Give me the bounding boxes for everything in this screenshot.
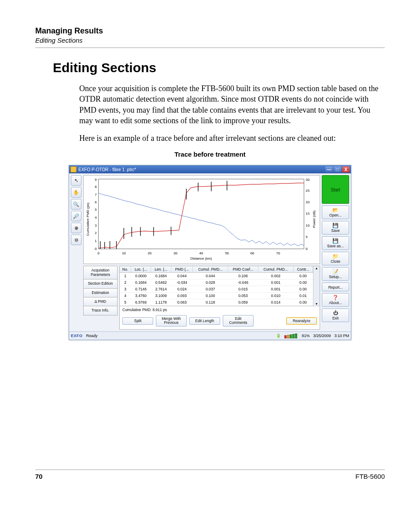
tab-trace-info[interactable]: Trace Info. — [83, 306, 118, 315]
svg-text:15: 15 — [306, 212, 309, 216]
svg-text:20: 20 — [306, 200, 309, 204]
table-cell: 2.7614 — [151, 286, 171, 293]
start-button[interactable]: Start — [322, 175, 349, 204]
page-footer: 70 FTB-5600 — [35, 470, 385, 480]
help-icon: ❓ — [332, 295, 339, 300]
titlebar: EXFO P-OTDR - fibre 1 .ptrc* — □ X — [69, 165, 351, 173]
svg-rect-0 — [99, 179, 304, 249]
table-scrollbar[interactable]: ▴ ▾ — [313, 266, 320, 306]
cumulative-pmd-label: Cumulative PMD: 8.911 ps — [120, 306, 320, 313]
table-cell: 0.037 — [193, 286, 228, 293]
header-rule — [35, 48, 385, 48]
svg-text:10: 10 — [306, 224, 309, 228]
table-cell: 0.00 — [293, 279, 313, 286]
table-cell: 0.010 — [258, 293, 293, 299]
app-icon — [70, 166, 77, 172]
scroll-down-icon[interactable]: ▾ — [313, 302, 320, 306]
table-cell: 0.00 — [293, 299, 313, 306]
tab-delta-pmd[interactable]: Δ PMD — [83, 297, 118, 306]
col-cumul-pmd2[interactable]: Cumul. PMD... — [258, 266, 293, 273]
svg-text:0: 0 — [98, 251, 100, 255]
status-date: 3/25/2009 — [313, 334, 331, 338]
table-cell: 5 — [120, 299, 131, 306]
status-bar: EXFO Ready 🔋 81% 3/25/2009 3:10 PM — [69, 331, 351, 340]
table-cell: 0.118 — [193, 299, 228, 306]
minimize-button[interactable]: — — [325, 166, 333, 172]
table-row[interactable]: 30.71462.76140.0240.0370.0150.0010.00 — [120, 286, 313, 293]
section-table[interactable]: No. Loc. (... Len. (... PMD (... Cumul. … — [120, 266, 313, 306]
table-cell: 6.5769 — [131, 299, 151, 306]
svg-text:25: 25 — [306, 189, 309, 193]
table-cell: 1.1178 — [151, 299, 171, 306]
svg-text:0: 0 — [306, 247, 308, 251]
table-row[interactable]: 20.16840.5462-0.0340.028-0.0460.0010.00 — [120, 279, 313, 286]
svg-text:8: 8 — [95, 185, 97, 189]
figure-caption: Trace before treatment — [35, 150, 385, 158]
table-cell: -0.034 — [171, 279, 193, 286]
trace-chart[interactable]: 01020 304050 6070 Distance (km) 012 345 … — [83, 175, 320, 264]
svg-text:2: 2 — [95, 231, 97, 235]
table-cell: 2 — [120, 279, 131, 286]
app-window: EXFO P-OTDR - fibre 1 .ptrc* — □ X ↖ ✋ 🔍… — [69, 165, 351, 340]
zoom-fit-tool-icon[interactable]: 🔎 — [71, 211, 81, 221]
product-name: FTB-5600 — [355, 473, 385, 480]
open-button[interactable]: 📂Open... — [322, 205, 349, 219]
disk-icon: 💾 — [332, 223, 339, 228]
maximize-button[interactable]: □ — [334, 166, 341, 172]
setup-button[interactable]: 📝Setup... — [322, 267, 349, 281]
exit-button[interactable]: ⏻Exit — [322, 308, 349, 322]
zoom-area-tool-icon[interactable]: 🔍 — [71, 199, 81, 209]
merge-with-previous-button[interactable]: Merge With Previous — [156, 315, 187, 327]
zoom-out-tool-icon[interactable]: ⊖ — [71, 235, 81, 245]
table-cell: 0.1684 — [131, 279, 151, 286]
brand-label: EXFO — [71, 334, 83, 338]
col-no[interactable]: No. — [120, 266, 131, 273]
tab-estimation[interactable]: Estimation — [83, 289, 118, 297]
edit-length-button[interactable]: Edit Length — [189, 317, 220, 325]
svg-text:7: 7 — [95, 193, 97, 197]
document-edit-icon: 📝 — [332, 269, 339, 274]
col-loc[interactable]: Loc. (... — [131, 266, 151, 273]
body-paragraph-1: Once your acquisition is complete the FT… — [79, 83, 383, 126]
col-cumul-pmd[interactable]: Cumul. PMD... — [193, 266, 228, 273]
close-file-button[interactable]: 📁Close — [322, 252, 349, 265]
table-cell: 0.059 — [228, 299, 258, 306]
edit-comments-button[interactable]: Edit Comments — [223, 315, 254, 327]
save-button[interactable]: 💾Save — [322, 221, 349, 235]
col-contr[interactable]: Contr... — [293, 266, 313, 273]
svg-text:1: 1 — [95, 239, 97, 243]
reanalyze-button[interactable]: Reanalyze — [286, 317, 317, 325]
table-cell: 0.063 — [171, 299, 193, 306]
table-cell: 0.00 — [293, 286, 313, 293]
left-axis-label: Cumulative PMD (ps) — [86, 203, 90, 236]
split-button[interactable]: Split — [122, 317, 153, 325]
tab-section-edition[interactable]: Section Edition — [83, 279, 118, 288]
svg-text:50: 50 — [225, 251, 229, 255]
table-cell: 0.001 — [258, 279, 293, 286]
table-cell: 0.5462 — [151, 279, 171, 286]
table-row[interactable]: 10.00000.16840.0440.0440.1060.0020.00 — [120, 273, 313, 279]
col-pmd[interactable]: PMD (... — [171, 266, 193, 273]
folder-icon: 📁 — [332, 254, 339, 259]
pointer-tool-icon[interactable]: ↖ — [71, 175, 81, 186]
svg-text:10: 10 — [122, 251, 126, 255]
col-pmd-coef[interactable]: PMD Coef... — [228, 266, 258, 273]
table-cell: 0.002 — [258, 273, 293, 279]
tab-acquisition-parameters[interactable]: Acquisition Parameters — [83, 266, 118, 279]
save-as-button[interactable]: 💾Save as... — [322, 236, 349, 250]
about-button[interactable]: ❓About... — [322, 293, 349, 307]
col-len[interactable]: Len. (... — [151, 266, 171, 273]
table-cell: 0.00 — [293, 273, 313, 279]
table-row[interactable]: 56.57691.11780.0630.1180.0590.0140.00 — [120, 299, 313, 306]
svg-text:30: 30 — [173, 251, 177, 255]
table-cell: 0.044 — [171, 273, 193, 279]
table-cell: 0.028 — [193, 279, 228, 286]
svg-text:30: 30 — [306, 178, 309, 182]
table-cell: 0.024 — [171, 286, 193, 293]
scroll-up-icon[interactable]: ▴ — [313, 266, 320, 270]
report-button[interactable]: Report... — [322, 283, 349, 291]
zoom-in-tool-icon[interactable]: ⊕ — [71, 223, 81, 233]
hand-tool-icon[interactable]: ✋ — [71, 187, 81, 198]
table-row[interactable]: 43.47603.10090.0930.1000.0530.0100.01 — [120, 293, 313, 299]
close-window-button[interactable]: X — [342, 166, 350, 172]
